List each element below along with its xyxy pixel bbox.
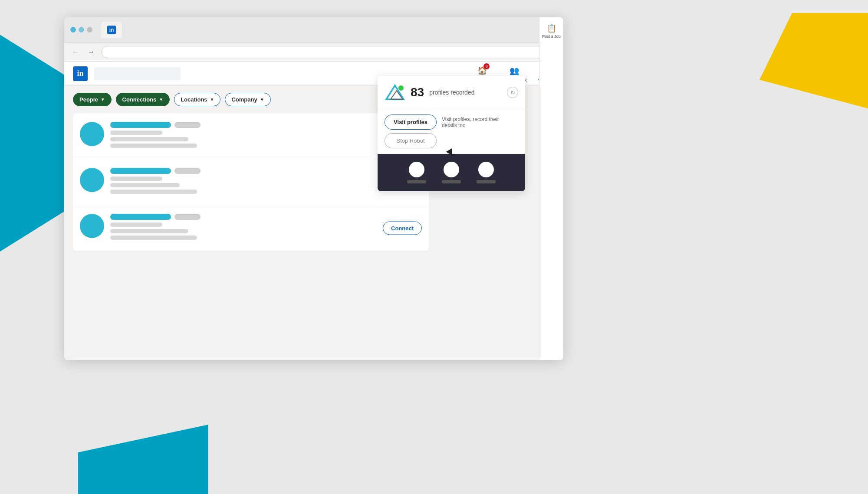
avatar bbox=[80, 168, 104, 192]
browser-control-dots bbox=[70, 27, 92, 33]
post-job-label: Post a Job bbox=[542, 34, 561, 39]
name-placeholder-long bbox=[110, 122, 171, 128]
visit-profiles-button[interactable]: Visit profiles bbox=[385, 115, 437, 130]
dot-close[interactable] bbox=[70, 27, 76, 33]
bg-decoration-yellow-right bbox=[760, 13, 868, 108]
back-button[interactable]: ← bbox=[70, 47, 81, 57]
action-buttons: Visit profiles Visit profiles, record th… bbox=[378, 109, 525, 154]
avatar bbox=[80, 122, 104, 146]
person-icon-3 bbox=[477, 162, 496, 183]
info-line-2 bbox=[110, 229, 188, 233]
home-badge: 8 bbox=[483, 63, 490, 69]
results-list: Connect Connect bbox=[73, 113, 429, 251]
result-item: Connect bbox=[73, 205, 429, 251]
name-placeholder-long bbox=[110, 214, 171, 220]
info-line-3 bbox=[110, 190, 197, 194]
profiles-header: 83 profiles recorded ↻ bbox=[378, 76, 525, 109]
visit-profiles-desc: Visit profiles, record their details too bbox=[442, 116, 511, 128]
info-line-3 bbox=[110, 144, 197, 148]
browser-nav: ← → bbox=[64, 43, 563, 62]
person-head-3 bbox=[478, 162, 494, 177]
profiles-count: 83 bbox=[411, 85, 424, 99]
linkedin-logo: in bbox=[73, 66, 88, 81]
result-name-bar bbox=[110, 168, 422, 174]
filter-people-chevron: ▼ bbox=[101, 97, 105, 102]
forward-button[interactable]: → bbox=[86, 47, 96, 57]
filter-company-chevron: ▼ bbox=[260, 97, 264, 102]
filter-locations-button[interactable]: Locations ▼ bbox=[174, 93, 220, 106]
person-body-1 bbox=[407, 180, 426, 183]
info-line-3 bbox=[110, 236, 197, 240]
bg-decoration-teal-bottom bbox=[78, 425, 208, 494]
filter-locations-chevron: ▼ bbox=[210, 97, 214, 102]
tab-favicon: in bbox=[107, 26, 116, 34]
info-line-1 bbox=[110, 222, 162, 227]
refresh-button[interactable]: ↻ bbox=[507, 87, 518, 98]
result-name-bar bbox=[110, 122, 422, 128]
avatar bbox=[80, 214, 104, 238]
filter-company-label: Company bbox=[231, 96, 257, 103]
filter-people-button[interactable]: People ▼ bbox=[73, 93, 112, 106]
profiles-label: profiles recorded bbox=[429, 89, 474, 96]
info-line-2 bbox=[110, 183, 180, 187]
header-search-input[interactable] bbox=[94, 67, 181, 80]
filter-company-button[interactable]: Company ▼ bbox=[225, 93, 270, 106]
person-body-2 bbox=[442, 180, 461, 183]
name-placeholder-short bbox=[174, 214, 201, 220]
filter-connections-chevron: ▼ bbox=[159, 97, 163, 102]
stop-robot-row: Stop Robot bbox=[385, 133, 518, 148]
bg-decoration-teal-left bbox=[0, 35, 69, 252]
name-placeholder-short bbox=[174, 168, 201, 174]
connect-button-3[interactable]: Connect bbox=[383, 221, 422, 235]
filter-people-label: People bbox=[79, 96, 98, 103]
stop-robot-button[interactable]: Stop Robot bbox=[385, 133, 437, 148]
info-line-2 bbox=[110, 137, 188, 141]
my-network-icon: 👥 bbox=[509, 65, 520, 76]
post-job-button[interactable]: 📋 Post a Job bbox=[540, 23, 562, 39]
address-bar[interactable] bbox=[102, 46, 557, 58]
post-job-icon: 📋 bbox=[547, 23, 556, 33]
browser-chrome: in bbox=[64, 17, 563, 43]
profiles-logo bbox=[385, 82, 405, 103]
dot-minimize[interactable] bbox=[79, 27, 84, 33]
home-icon: 🏠 8 bbox=[477, 65, 488, 76]
extension-panel: 📋 Post a Job bbox=[539, 17, 563, 360]
browser-tab[interactable]: in bbox=[101, 22, 122, 38]
filter-connections-label: Connections bbox=[122, 96, 157, 103]
result-info bbox=[110, 168, 422, 196]
info-line-1 bbox=[110, 131, 162, 135]
people-icons-row bbox=[378, 154, 525, 191]
visit-profiles-row: Visit profiles Visit profiles, record th… bbox=[385, 115, 518, 130]
info-line-1 bbox=[110, 177, 162, 181]
person-head-1 bbox=[409, 162, 424, 177]
result-info bbox=[110, 122, 422, 150]
name-placeholder-long bbox=[110, 168, 171, 174]
person-body-3 bbox=[477, 180, 496, 183]
person-head-2 bbox=[444, 162, 459, 177]
result-item: Connect bbox=[73, 159, 429, 205]
person-icon-2 bbox=[442, 162, 461, 183]
profiles-widget: 83 profiles recorded ↻ Visit profiles Vi… bbox=[378, 76, 525, 191]
result-name-bar bbox=[110, 214, 422, 220]
result-info bbox=[110, 214, 422, 242]
result-item: Connect bbox=[73, 113, 429, 159]
dot-maximize[interactable] bbox=[87, 27, 92, 33]
filter-connections-button[interactable]: Connections ▼ bbox=[116, 93, 170, 106]
person-icon-1 bbox=[407, 162, 426, 183]
filter-locations-label: Locations bbox=[181, 96, 207, 103]
svg-point-5 bbox=[398, 85, 404, 91]
name-placeholder-short bbox=[174, 122, 201, 128]
